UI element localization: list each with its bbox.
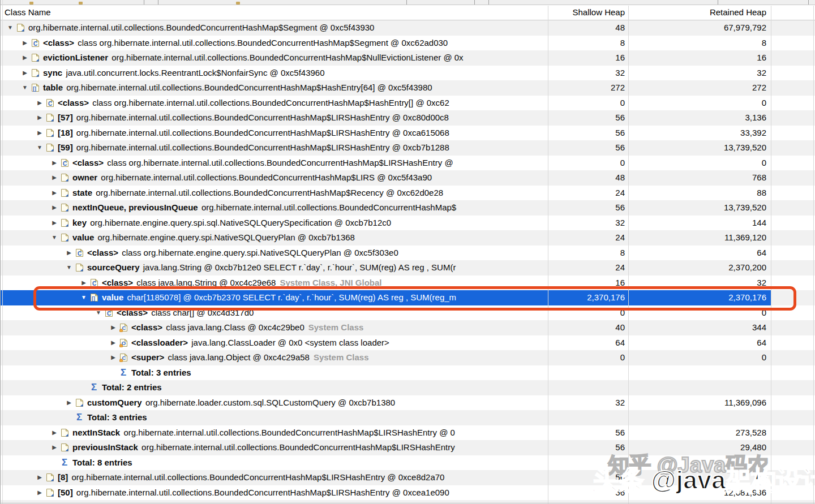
disclosure-closed-icon[interactable]: ▶ <box>50 425 59 441</box>
disclosure-open-icon[interactable]: ▼ <box>94 305 103 321</box>
retained-heap-value: 64 <box>629 245 766 261</box>
tree-row[interactable]: ▶C<class> class org.hibernate.internal.u… <box>0 96 815 111</box>
disclosure-closed-icon[interactable]: ▶ <box>109 335 118 351</box>
tree-row[interactable]: ▶nextInStack org.hibernate.internal.util… <box>0 425 815 441</box>
tree-row[interactable]: ▼C<class> class char[] @ 0xc4d317d000 <box>0 305 815 321</box>
tree-row[interactable]: ▶[8] org.hibernate.internal.util.collect… <box>0 470 815 485</box>
scrollpane-left-edge <box>2 0 3 504</box>
tree-row[interactable]: ▼value org.hibernate.engine.query.spi.Na… <box>0 230 815 245</box>
row-text: key org.hibernate.engine.query.spi.sql.N… <box>72 216 547 231</box>
row-label: <super> <box>131 352 164 362</box>
disclosure-open-icon[interactable]: ▼ <box>35 140 44 156</box>
row-class-description: class char[] @ 0xc4d317d0 <box>151 308 254 317</box>
disclosure-closed-icon[interactable]: ▶ <box>65 245 74 261</box>
disclosure-closed-icon[interactable]: ▶ <box>50 200 59 216</box>
row-class-description: class org.hibernate.internal.util.collec… <box>78 38 448 48</box>
tree-row[interactable]: ▶key org.hibernate.engine.query.spi.sql.… <box>0 216 815 231</box>
retained-heap-value: 11,369,120 <box>629 230 766 245</box>
disclosure-closed-icon[interactable]: ▶ <box>35 126 44 141</box>
disclosure-closed-icon[interactable]: ▶ <box>35 96 44 111</box>
shallow-heap-value: 24 <box>549 230 625 245</box>
tree-row[interactable]: ▶C<class> class org.hibernate.internal.u… <box>0 156 815 171</box>
tree-row[interactable]: ▶C<super> class java.lang.Object @ 0xc4c… <box>0 350 815 365</box>
tree-row[interactable]: ▼[]value char[1185078] @ 0xcb7b2370 SELE… <box>0 290 815 305</box>
disclosure-closed-icon[interactable]: ▶ <box>109 350 118 365</box>
disclosure-open-icon[interactable]: ▼ <box>6 20 15 36</box>
disclosure-closed-icon[interactable]: ▶ <box>109 320 118 335</box>
retained-heap-value: 768 <box>629 170 766 186</box>
row-text: Total: 3 entries <box>131 365 547 381</box>
object-icon <box>60 170 69 186</box>
row-text: <class> class org.hibernate.engine.query… <box>87 245 547 261</box>
row-label: <class> <box>102 278 133 287</box>
column-header-class-name[interactable]: Class Name <box>5 5 51 20</box>
disclosure-closed-icon[interactable]: ▶ <box>20 50 29 66</box>
disclosure-closed-icon[interactable]: ▶ <box>50 156 59 171</box>
row-class-description: java.lang.String @ 0xcb7b12e0 SELECT r.`… <box>143 262 456 272</box>
disclosure-closed-icon[interactable]: ▶ <box>50 186 59 201</box>
tree-row[interactable]: ▶[57] org.hibernate.internal.util.collec… <box>0 110 815 126</box>
tree-row[interactable]: ▶O<classloader> java.lang.ClassLoader @ … <box>0 335 815 351</box>
tree-row[interactable]: ▶evictionListener org.hibernate.internal… <box>0 50 815 66</box>
tree-row[interactable]: ΣTotal: 3 entries <box>0 410 815 425</box>
retained-heap-value: 64 <box>629 335 766 351</box>
disclosure-closed-icon[interactable]: ▶ <box>65 395 74 411</box>
disclosure-closed-icon[interactable]: ▶ <box>20 36 29 51</box>
row-text: <class> class org.hibernate.internal.uti… <box>72 156 547 171</box>
disclosure-open-icon[interactable]: ▼ <box>65 260 74 275</box>
object-icon <box>45 140 54 156</box>
column-header-shallow-heap[interactable]: Shallow Heap <box>549 5 625 20</box>
row-class-description: org.hibernate.internal.util.collections.… <box>141 442 455 452</box>
row-label: state <box>72 188 92 197</box>
tree-row[interactable]: ▶state org.hibernate.internal.util.colle… <box>0 186 815 201</box>
row-class-description: class org.hibernate.engine.query.spi.Nat… <box>122 248 398 257</box>
tree-row[interactable]: ▶C<class> class java.lang.Class @ 0xc4c2… <box>0 320 815 335</box>
gc-root-note: System Class <box>314 352 369 362</box>
tree-row[interactable]: ▶customQuery org.hibernate.loader.custom… <box>0 395 815 411</box>
object-icon <box>60 200 69 216</box>
disclosure-open-icon[interactable]: ▼ <box>50 230 59 245</box>
tree-row[interactable]: ▶owner org.hibernate.internal.util.colle… <box>0 170 815 186</box>
tree-row[interactable]: ▶sync java.util.concurrent.locks.Reentra… <box>0 66 815 81</box>
class-icon: C <box>75 245 84 261</box>
disclosure-closed-icon[interactable]: ▶ <box>50 216 59 231</box>
column-header-retained-heap[interactable]: Retained Heap <box>629 5 766 20</box>
tree-row[interactable]: ▶previousInStack org.hibernate.internal.… <box>0 440 815 455</box>
object-icon <box>45 110 54 126</box>
tree-row[interactable]: ▼[59] org.hibernate.internal.util.collec… <box>0 140 815 156</box>
tree-row[interactable]: ▼sourceQuery java.lang.String @ 0xcb7b12… <box>0 260 815 275</box>
shallow-heap-value: 56 <box>549 440 625 455</box>
retained-heap-value: 273,528 <box>629 425 766 441</box>
disclosure-closed-icon[interactable]: ▶ <box>50 440 59 455</box>
tree-row[interactable]: ▶C<class> class java.lang.String @ 0xc4c… <box>0 275 815 291</box>
disclosure-closed-icon[interactable]: ▶ <box>79 275 88 291</box>
row-label: previousInStack <box>72 442 138 452</box>
toolbar-divider <box>144 0 144 5</box>
disclosure-closed-icon[interactable]: ▶ <box>35 485 44 501</box>
disclosure-open-icon[interactable]: ▼ <box>79 290 88 305</box>
row-class-description: org.hibernate.internal.util.collections.… <box>101 173 432 182</box>
object-icon <box>60 440 69 455</box>
row-text: [50] org.hibernate.internal.util.collect… <box>58 485 547 501</box>
tree-row[interactable]: ▶C<class> class org.hibernate.engine.que… <box>0 245 815 261</box>
row-text: customQuery org.hibernate.loader.custom.… <box>87 395 547 411</box>
toolbar-divider <box>718 0 718 5</box>
shallow-heap-value: 56 <box>549 470 625 485</box>
tree-row[interactable]: ΣTotal: 3 entries <box>0 365 815 381</box>
tree-row[interactable]: ▼[]table org.hibernate.internal.util.col… <box>0 80 815 96</box>
disclosure-closed-icon[interactable]: ▶ <box>35 110 44 126</box>
shallow-heap-value: 64 <box>549 335 625 351</box>
tree-row[interactable]: ▶C<class> class org.hibernate.internal.u… <box>0 36 815 51</box>
tree-row[interactable]: ΣTotal: 8 entries <box>0 455 815 471</box>
disclosure-open-icon[interactable]: ▼ <box>20 80 29 96</box>
tree-row[interactable]: ΣTotal: 2 entries <box>0 380 815 395</box>
tree-row[interactable]: ▶[50] org.hibernate.internal.util.collec… <box>0 485 815 501</box>
tree-row[interactable]: ▶nextInQueue, previousInQueue org.hibern… <box>0 200 815 216</box>
tree-row[interactable]: ▼org.hibernate.internal.util.collections… <box>0 20 815 36</box>
disclosure-closed-icon[interactable]: ▶ <box>50 170 59 186</box>
tree-row[interactable]: ▶[18] org.hibernate.internal.util.collec… <box>0 126 815 141</box>
sum-icon: Σ <box>60 455 69 471</box>
disclosure-closed-icon[interactable]: ▶ <box>20 66 29 81</box>
disclosure-closed-icon[interactable]: ▶ <box>35 470 44 485</box>
class-icon: C <box>60 156 69 171</box>
